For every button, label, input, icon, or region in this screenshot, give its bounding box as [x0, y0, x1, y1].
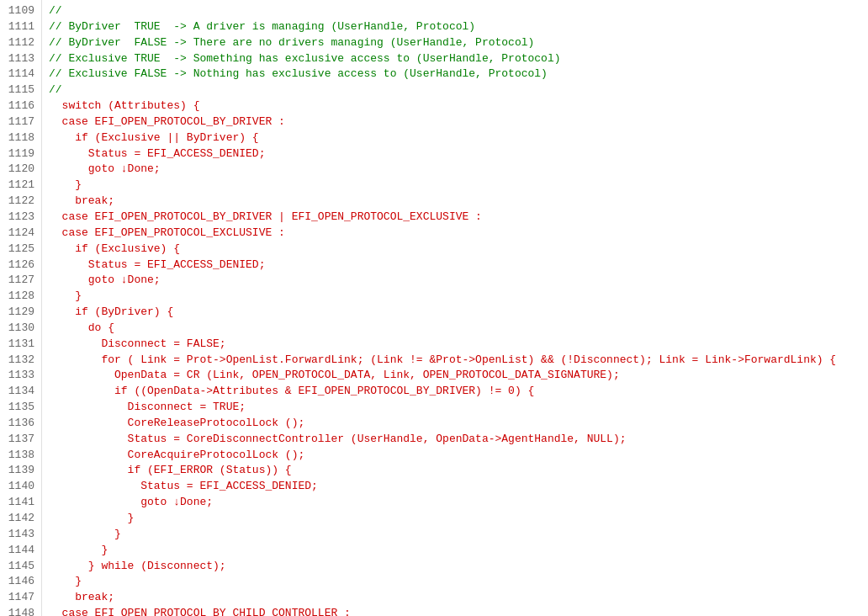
code-line: // ByDriver FALSE -> There are no driver…	[49, 35, 861, 51]
line-number: 1134	[3, 384, 34, 400]
code-line: Disconnect = FALSE;	[49, 337, 861, 353]
line-number: 1124	[3, 226, 34, 242]
line-number: 1137	[3, 432, 34, 448]
code-line: if (Exclusive) {	[49, 242, 861, 258]
code-editor: 1109111111121113111411151116111711181119…	[0, 0, 868, 616]
code-line: CoreAcquireProtocolLock ();	[49, 448, 861, 464]
line-number: 1115	[3, 82, 34, 98]
code-line: if (ByDriver) {	[49, 305, 861, 321]
code-line: }	[49, 511, 861, 527]
code-line: for ( Link = Prot->OpenList.ForwardLink;…	[49, 353, 861, 369]
line-number: 1130	[3, 321, 34, 337]
line-number: 1140	[3, 479, 34, 495]
code-line: case EFI_OPEN_PROTOCOL_BY_DRIVER | EFI_O…	[49, 210, 861, 226]
line-number: 1112	[3, 35, 34, 51]
line-number: 1113	[3, 51, 34, 67]
code-line: Status = EFI_ACCESS_DENIED;	[49, 146, 861, 162]
line-number: 1131	[3, 337, 34, 353]
code-line: break;	[49, 194, 861, 210]
line-number: 1133	[3, 368, 34, 384]
code-line: }	[49, 527, 861, 543]
line-number-gutter: 1109111111121113111411151116111711181119…	[0, 0, 42, 616]
line-number: 1147	[3, 590, 34, 606]
line-number: 1111	[3, 19, 34, 35]
line-number: 1120	[3, 162, 34, 178]
code-line: case EFI_OPEN_PROTOCOL_BY_CHILD_CONTROLL…	[49, 606, 861, 616]
line-number: 1141	[3, 495, 34, 511]
line-number: 1138	[3, 448, 34, 464]
line-number: 1135	[3, 400, 34, 416]
code-line: // Exclusive FALSE -> Nothing has exclus…	[49, 66, 861, 82]
code-line: if (Exclusive || ByDriver) {	[49, 130, 861, 146]
code-line: OpenData = CR (Link, OPEN_PROTOCOL_DATA,…	[49, 368, 861, 384]
line-number: 1126	[3, 258, 34, 273]
code-line: if (EFI_ERROR (Status)) {	[49, 463, 861, 479]
code-line: Status = CoreDisconnectController (UserH…	[49, 432, 861, 448]
code-line: // ByDriver TRUE -> A driver is managing…	[49, 19, 861, 35]
line-number: 1119	[3, 146, 34, 162]
line-number: 1148	[3, 606, 34, 616]
code-line: break;	[49, 590, 861, 606]
code-line: }	[49, 574, 861, 590]
code-line: if ((OpenData->Attributes & EFI_OPEN_PRO…	[49, 384, 861, 400]
line-number: 1122	[3, 194, 34, 210]
line-number: 1128	[3, 289, 34, 305]
line-number: 1132	[3, 353, 34, 369]
code-line: // Exclusive TRUE -> Something has exclu…	[49, 51, 861, 67]
line-number: 1114	[3, 66, 34, 82]
line-number: 1117	[3, 114, 34, 130]
code-line: case EFI_OPEN_PROTOCOL_BY_DRIVER :	[49, 114, 861, 130]
code-line: }	[49, 178, 861, 194]
line-number: 1116	[3, 98, 34, 114]
code-line: Status = EFI_ACCESS_DENIED;	[49, 258, 861, 273]
line-number: 1144	[3, 543, 34, 559]
line-number: 1142	[3, 511, 34, 527]
line-number: 1109	[3, 3, 34, 19]
line-number: 1118	[3, 130, 34, 146]
line-number: 1143	[3, 527, 34, 543]
code-line: goto ↓Done;	[49, 162, 861, 178]
line-number: 1129	[3, 305, 34, 321]
line-number: 1146	[3, 574, 34, 590]
line-number: 1127	[3, 273, 34, 289]
code-line: goto ↓Done;	[49, 495, 861, 511]
line-number: 1123	[3, 210, 34, 226]
code-line: //	[49, 82, 861, 98]
code-line: case EFI_OPEN_PROTOCOL_EXCLUSIVE :	[49, 226, 861, 242]
code-line: Disconnect = TRUE;	[49, 400, 861, 416]
line-number: 1125	[3, 242, 34, 258]
code-area[interactable]: //// ByDriver TRUE -> A driver is managi…	[42, 0, 868, 616]
code-line: //	[49, 3, 861, 19]
code-line: Status = EFI_ACCESS_DENIED;	[49, 479, 861, 495]
code-line: CoreReleaseProtocolLock ();	[49, 416, 861, 432]
line-number: 1121	[3, 178, 34, 194]
line-number: 1145	[3, 559, 34, 575]
code-line: } while (Disconnect);	[49, 559, 861, 575]
code-line: }	[49, 289, 861, 305]
code-line: do {	[49, 321, 861, 337]
code-line: goto ↓Done;	[49, 273, 861, 289]
line-number: 1139	[3, 463, 34, 479]
line-number: 1136	[3, 416, 34, 432]
code-line: }	[49, 543, 861, 559]
code-line: switch (Attributes) {	[49, 98, 861, 114]
